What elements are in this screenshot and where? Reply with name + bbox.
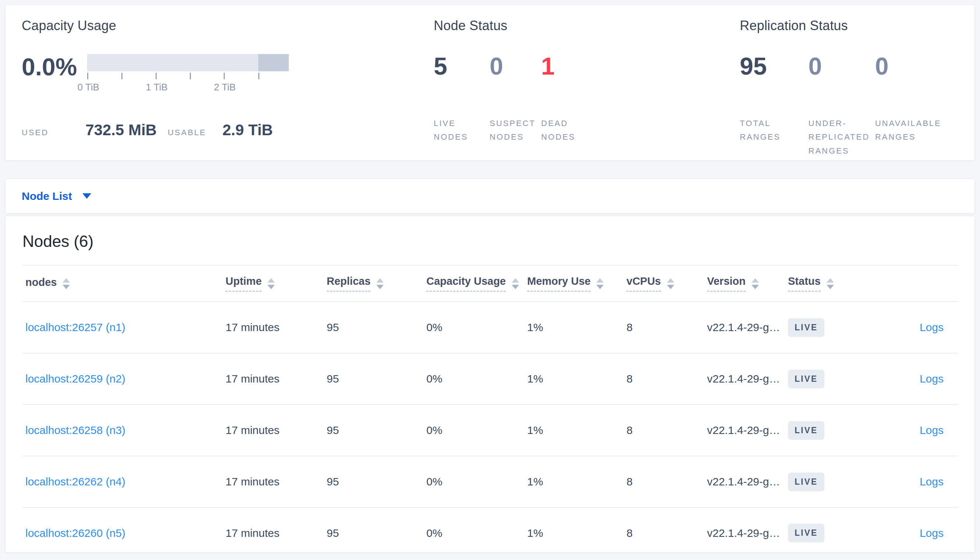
capacity-percent-used: 0.0% — [22, 55, 77, 79]
nodes-table-header-row: nodes Uptime Replicas — [22, 266, 958, 302]
node-status-panel: Node Status 5 LIVE NODES 0 SUSPECT NODES… — [434, 18, 740, 160]
capacity-usage-cell: 0% — [426, 353, 527, 405]
memory-use-value: 1% — [527, 424, 543, 436]
status-badge: LIVE — [788, 370, 824, 388]
node-link[interactable]: localhost:26262 (n4) — [25, 475, 125, 488]
logs-link[interactable]: Logs — [920, 373, 943, 385]
vcpus-cell: 8 — [627, 507, 707, 553]
sort-icon — [667, 278, 674, 289]
unavailable-ranges-stat: 0 UNAVAILABLE RANGES — [875, 54, 958, 144]
usable-value: 2.9 TiB — [222, 121, 273, 139]
capacity-bar-track — [87, 54, 289, 71]
column-header-uptime[interactable]: Uptime — [226, 266, 327, 302]
nodes-table-title: Nodes (6) — [22, 232, 958, 251]
column-header-capacity-usage[interactable]: Capacity Usage — [426, 266, 527, 302]
logs-cell: Logs — [881, 302, 958, 353]
column-header-status[interactable]: Status — [788, 266, 881, 302]
cluster-overview-summary: Capacity Usage 0.0% 0 TiB 1 TiB — [5, 4, 975, 161]
replicas-value: 95 — [327, 475, 339, 488]
version-cell: v22.1.4-29-g… — [707, 353, 788, 405]
dead-nodes-stat: 1 DEAD NODES — [541, 54, 589, 144]
column-header-version[interactable]: Version — [707, 266, 788, 302]
uptime-cell: 17 minutes — [226, 456, 327, 507]
memory-use-cell: 1% — [527, 353, 627, 405]
usable-label: USABLE — [168, 128, 206, 137]
column-header-label: Memory Use — [527, 275, 590, 292]
uptime-cell: 17 minutes — [226, 302, 327, 353]
nodes-table-card: Nodes (6) nodes Uptime — [5, 216, 975, 553]
node-list-dropdown[interactable]: Node List — [22, 190, 91, 202]
vcpus-cell: 8 — [627, 456, 707, 507]
nodes-table-body: localhost:26257 (n1) 17 minutes 95 0% 1%… — [22, 302, 958, 553]
node-list-dropdown-label: Node List — [22, 190, 72, 202]
node-cell: localhost:26257 (n1) — [22, 302, 226, 353]
uptime-value: 17 minutes — [226, 424, 279, 436]
column-header-replicas[interactable]: Replicas — [327, 266, 426, 302]
sort-icon — [596, 278, 604, 289]
logs-link[interactable]: Logs — [920, 475, 943, 488]
version-value: v22.1.4-29-g… — [707, 527, 780, 539]
column-header-label: vCPUs — [627, 275, 661, 292]
axis-label-2tib: 2 TiB — [214, 82, 236, 93]
status-cell: LIVE — [788, 302, 881, 353]
unavailable-ranges-count: 0 — [875, 54, 958, 78]
node-link[interactable]: localhost:26257 (n1) — [25, 321, 125, 333]
axis-label-0tib: 0 TiB — [78, 82, 99, 93]
dead-nodes-count: 1 — [541, 54, 589, 78]
replicas-cell: 95 — [327, 353, 426, 405]
total-ranges-stat: 95 TOTAL RANGES — [740, 54, 809, 144]
uptime-value: 17 minutes — [226, 321, 279, 333]
live-nodes-stat: 5 LIVE NODES — [434, 54, 490, 144]
logs-link[interactable]: Logs — [920, 424, 943, 436]
sort-icon — [62, 278, 70, 289]
version-cell: v22.1.4-29-g… — [707, 302, 788, 353]
node-table-row: localhost:26260 (n5) 17 minutes 95 0% 1%… — [22, 507, 958, 553]
capacity-usage-title: Capacity Usage — [22, 18, 434, 33]
column-header-label: Uptime — [226, 275, 262, 292]
replicas-cell: 95 — [327, 405, 426, 456]
uptime-cell: 17 minutes — [226, 353, 327, 405]
column-header-label: Status — [788, 275, 821, 292]
vcpus-value: 8 — [627, 527, 633, 539]
vcpus-value: 8 — [627, 424, 633, 436]
column-header-logs — [881, 266, 958, 302]
suspect-nodes-label: SUSPECT NODES — [490, 117, 537, 144]
status-cell: LIVE — [788, 456, 881, 507]
live-nodes-label: LIVE NODES — [434, 117, 482, 144]
status-cell: LIVE — [788, 507, 881, 553]
capacity-usage-value: 0% — [426, 373, 442, 385]
capacity-usage-value: 0% — [426, 321, 442, 333]
status-badge: LIVE — [788, 318, 824, 337]
capacity-usage-cell: 0% — [426, 302, 527, 353]
node-link[interactable]: localhost:26260 (n5) — [25, 527, 125, 539]
column-header-label: Version — [707, 275, 746, 292]
sort-icon — [752, 278, 759, 289]
replication-status-panel: Replication Status 95 TOTAL RANGES 0 UND… — [740, 18, 958, 160]
vcpus-value: 8 — [627, 475, 633, 488]
uptime-value: 17 minutes — [226, 373, 279, 385]
column-header-vcpus[interactable]: vCPUs — [627, 266, 707, 302]
uptime-value: 17 minutes — [226, 475, 279, 488]
node-link[interactable]: localhost:26259 (n2) — [25, 373, 125, 385]
column-header-nodes[interactable]: nodes — [22, 266, 226, 302]
view-selector-card: Node List — [5, 178, 975, 213]
capacity-usage-panel: Capacity Usage 0.0% 0 TiB 1 TiB — [22, 18, 434, 160]
status-cell: LIVE — [788, 405, 881, 456]
column-header-label: Capacity Usage — [426, 275, 506, 292]
node-link[interactable]: localhost:26258 (n3) — [25, 424, 125, 436]
live-nodes-count: 5 — [434, 54, 490, 78]
memory-use-cell: 1% — [527, 302, 627, 353]
capacity-usage-value: 0% — [426, 527, 442, 539]
vcpus-cell: 8 — [627, 405, 707, 456]
logs-link[interactable]: Logs — [920, 527, 943, 539]
vcpus-cell: 8 — [627, 353, 707, 405]
status-cell: LIVE — [788, 353, 881, 405]
memory-use-cell: 1% — [527, 405, 627, 456]
node-cell: localhost:26258 (n3) — [22, 405, 226, 456]
memory-use-value: 1% — [527, 475, 543, 488]
node-cell: localhost:26260 (n5) — [22, 507, 226, 553]
sort-icon — [268, 278, 275, 289]
version-cell: v22.1.4-29-g… — [707, 456, 788, 507]
column-header-memory-use[interactable]: Memory Use — [527, 266, 627, 302]
logs-link[interactable]: Logs — [920, 321, 943, 333]
